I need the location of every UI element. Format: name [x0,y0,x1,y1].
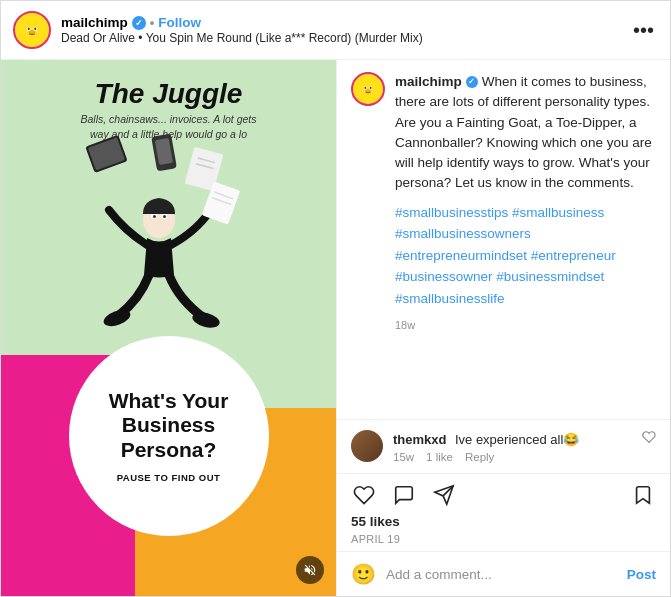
caption-avatar[interactable] [351,72,385,106]
svg-point-28 [370,87,372,89]
share-button[interactable] [431,482,457,508]
caption-username[interactable]: mailchimp [395,74,462,89]
comment-likes-count[interactable]: 1 like [426,451,453,463]
post-header: mailchimp • Follow Dead Or Alive • You S… [1,1,670,60]
comment-meta: 15w 1 like Reply [393,451,632,463]
right-panel: mailchimpWhen it comes to business, ther… [336,60,670,596]
comment-section: themkxd Ive experienced all😂 15w 1 like … [337,419,670,473]
post-image: The Juggle Balls, chainsaws... invoices.… [1,60,336,596]
mute-button[interactable] [296,556,324,584]
image-subtitle: Balls, chainsaws... invoices. A lot gets… [29,112,309,141]
comment-text: Ive experienced all😂 [455,432,579,447]
caption-body: When it comes to business, there are lot… [395,74,652,190]
comment-age: 15w [393,451,414,463]
comment-reply-button[interactable]: Reply [465,451,494,463]
circle-title: What's YourBusinessPersona? [109,389,229,461]
caption-area: mailchimpWhen it comes to business, ther… [337,60,670,419]
comment-username[interactable]: themkxd [393,432,446,447]
add-comment-bar: 🙂 Post [337,551,670,596]
caption-timestamp: 18w [395,317,656,334]
post-date: APRIL 19 [337,531,670,551]
action-bar [337,473,670,512]
emoji-button[interactable]: 🙂 [351,562,376,586]
caption-text: mailchimpWhen it comes to business, ther… [395,72,656,334]
svg-point-3 [28,27,30,30]
caption-header: mailchimpWhen it comes to business, ther… [351,72,656,334]
follow-button[interactable]: Follow [158,15,201,30]
header-info: mailchimp • Follow Dead Or Alive • You S… [61,15,629,45]
comment-line: themkxd Ive experienced all😂 [393,430,632,448]
dot-separator: • [150,15,155,30]
save-button[interactable] [630,482,656,508]
comment-body: themkxd Ive experienced all😂 15w 1 like … [393,430,632,463]
svg-point-6 [27,19,37,28]
comment-heart-button[interactable] [642,430,656,448]
hashtags: #smallbusinesstips #smallbusiness #small… [395,202,656,310]
svg-point-17 [153,215,156,218]
verified-icon [132,16,146,30]
comment-input[interactable] [386,567,617,582]
svg-point-18 [163,215,166,218]
post-comment-button[interactable]: Post [627,567,656,582]
comment-avatar[interactable] [351,430,383,462]
song-info: Dead Or Alive • You Spin Me Round (Like … [61,31,629,45]
comment-button[interactable] [391,482,417,508]
circle-subtitle: PAUSE TO FIND OUT [117,472,221,483]
profile-avatar[interactable] [13,11,51,49]
more-options-button[interactable]: ••• [629,19,658,42]
persona-circle: What's YourBusinessPersona? PAUSE TO FIN… [69,336,269,536]
svg-point-30 [364,80,373,88]
caption-verified [466,76,478,88]
svg-point-27 [364,87,366,89]
image-title: The Juggle [29,78,309,110]
main-content: The Juggle Balls, chainsaws... invoices.… [1,60,670,596]
header-username[interactable]: mailchimp [61,15,128,30]
juggler-figure [59,130,259,350]
likes-count: 55 likes [337,512,670,531]
svg-point-4 [34,27,36,30]
like-button[interactable] [351,482,377,508]
